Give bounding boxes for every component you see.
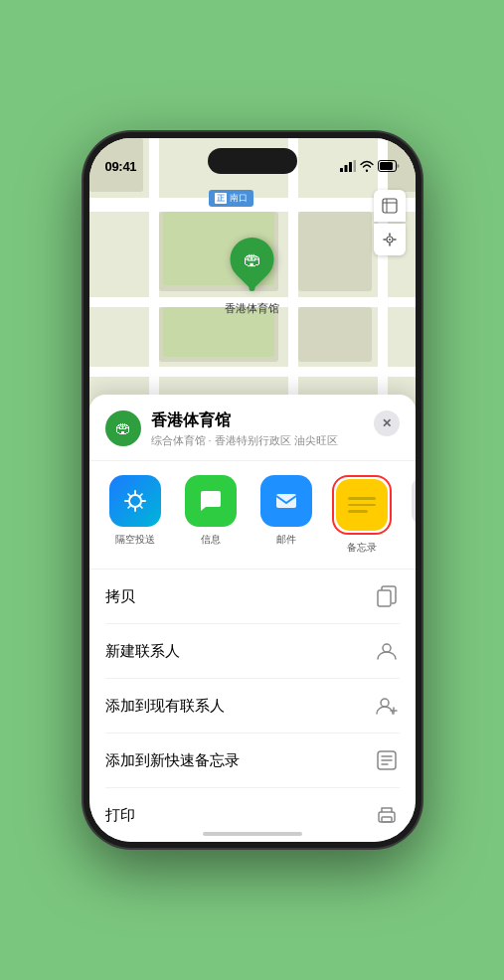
share-mail[interactable]: 邮件 bbox=[256, 475, 316, 555]
add-contact-icon bbox=[374, 693, 400, 719]
svg-rect-3 bbox=[353, 160, 356, 172]
home-indicator bbox=[203, 832, 302, 836]
action-list: 拷贝 新建联系人 bbox=[89, 570, 416, 842]
mail-icon-bg bbox=[260, 475, 312, 527]
notes-label: 备忘录 bbox=[347, 541, 377, 555]
svg-point-8 bbox=[389, 239, 391, 241]
share-notes[interactable]: 备忘录 bbox=[332, 475, 392, 555]
more-icon-bg bbox=[412, 475, 416, 527]
svg-rect-5 bbox=[380, 162, 393, 170]
action-quick-note[interactable]: 添加到新快速备忘录 bbox=[105, 734, 400, 788]
svg-rect-0 bbox=[340, 168, 343, 172]
location-pin: 🏟 香港体育馆 bbox=[225, 238, 279, 316]
dynamic-island bbox=[208, 148, 297, 174]
action-new-contact[interactable]: 新建联系人 bbox=[105, 624, 400, 679]
print-label: 打印 bbox=[105, 806, 135, 825]
action-add-contact[interactable]: 添加到现有联系人 bbox=[105, 679, 400, 734]
copy-label: 拷贝 bbox=[105, 587, 135, 606]
map-entrance-label: 正 南口 bbox=[209, 190, 253, 207]
signal-icon bbox=[340, 160, 356, 172]
mail-icon bbox=[272, 487, 300, 515]
mail-label: 邮件 bbox=[276, 533, 296, 547]
share-row: 隔空投送 信息 bbox=[89, 461, 416, 570]
svg-rect-2 bbox=[349, 162, 352, 172]
svg-rect-16 bbox=[382, 817, 392, 822]
location-button[interactable] bbox=[374, 224, 406, 255]
location-header: 🏟 香港体育馆 综合体育馆 · 香港特别行政区 油尖旺区 ✕ bbox=[89, 410, 416, 461]
close-icon: ✕ bbox=[382, 416, 392, 430]
svg-rect-10 bbox=[276, 494, 296, 508]
new-contact-label: 新建联系人 bbox=[105, 642, 180, 661]
close-button[interactable]: ✕ bbox=[374, 410, 400, 436]
map-type-icon bbox=[382, 198, 398, 214]
location-venue-icon: 🏟 bbox=[105, 410, 141, 446]
venue-description: 综合体育馆 · 香港特别行政区 油尖旺区 bbox=[151, 433, 374, 448]
copy-icon bbox=[374, 583, 400, 609]
share-messages[interactable]: 信息 bbox=[181, 475, 241, 555]
print-icon bbox=[374, 802, 400, 828]
messages-label: 信息 bbox=[201, 533, 221, 547]
phone-screen: 09:41 bbox=[89, 138, 416, 842]
venue-name: 香港体育馆 bbox=[151, 410, 374, 431]
action-copy[interactable]: 拷贝 bbox=[105, 570, 400, 624]
messages-icon bbox=[197, 487, 225, 515]
airdrop-icon bbox=[121, 487, 149, 515]
share-more[interactable]: 更多 bbox=[408, 475, 416, 555]
battery-icon bbox=[378, 160, 400, 172]
status-icons bbox=[340, 160, 400, 172]
map-type-button[interactable] bbox=[374, 190, 406, 222]
svg-point-13 bbox=[381, 699, 389, 707]
airdrop-icon-bg bbox=[109, 475, 161, 527]
phone-frame: 09:41 bbox=[84, 132, 421, 848]
compass-icon bbox=[382, 232, 398, 247]
wifi-icon bbox=[360, 160, 374, 172]
status-time: 09:41 bbox=[105, 159, 137, 174]
pin-label: 香港体育馆 bbox=[225, 301, 279, 316]
svg-rect-1 bbox=[344, 165, 347, 172]
svg-point-12 bbox=[383, 644, 391, 652]
bottom-sheet: 🏟 香港体育馆 综合体育馆 · 香港特别行政区 油尖旺区 ✕ bbox=[89, 395, 416, 842]
quick-note-icon bbox=[374, 747, 400, 773]
messages-icon-bg bbox=[185, 475, 237, 527]
location-info: 香港体育馆 综合体育馆 · 香港特别行政区 油尖旺区 bbox=[151, 410, 374, 448]
new-contact-icon bbox=[374, 638, 400, 664]
map-controls bbox=[374, 190, 406, 255]
notes-icon-bg bbox=[336, 479, 388, 531]
add-contact-label: 添加到现有联系人 bbox=[105, 697, 225, 716]
share-airdrop[interactable]: 隔空投送 bbox=[105, 475, 165, 555]
airdrop-label: 隔空投送 bbox=[115, 533, 155, 547]
svg-rect-6 bbox=[383, 199, 397, 213]
quick-note-label: 添加到新快速备忘录 bbox=[105, 751, 240, 770]
svg-rect-11 bbox=[378, 590, 391, 606]
